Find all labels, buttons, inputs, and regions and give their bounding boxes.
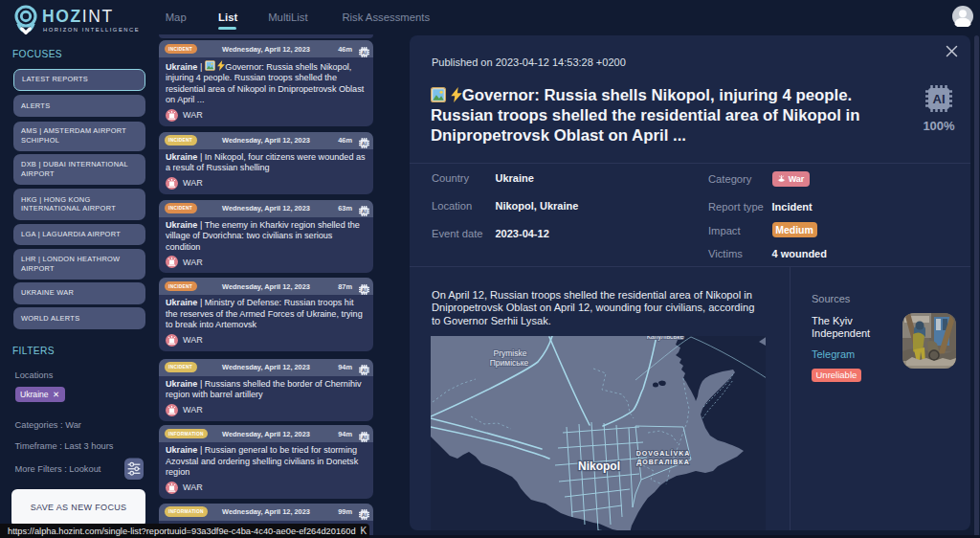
svg-text:AI: AI xyxy=(362,512,368,518)
svg-text:Nikopol: Nikopol xyxy=(578,460,620,473)
svg-text:AI: AI xyxy=(362,49,368,55)
svg-text:ДОВГАЛIВКА: ДОВГАЛIВКА xyxy=(636,459,689,466)
svg-text:AI: AI xyxy=(362,141,368,146)
svg-text:AI: AI xyxy=(362,286,368,292)
svg-text:DOVGALÍVKA: DOVGALÍVKA xyxy=(636,449,691,457)
svg-text:Prymiske: Prymiske xyxy=(494,348,527,358)
svg-text:AI: AI xyxy=(362,209,368,214)
svg-text:AI: AI xyxy=(362,368,368,373)
svg-text:Примiське: Примiське xyxy=(490,358,529,368)
svg-text:AI: AI xyxy=(362,434,368,439)
svg-text:AI: AI xyxy=(933,92,946,106)
